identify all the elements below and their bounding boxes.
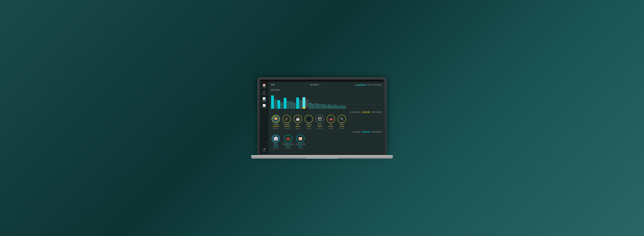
business-income-icon: 💼 (284, 135, 292, 143)
clothing-icon: 🛍 (305, 115, 313, 123)
bar-group-10 (328, 104, 334, 109)
bar-group-4 (290, 101, 296, 109)
bar-dark-4b (293, 103, 296, 109)
bar-dark-1 (274, 99, 277, 109)
expenses-actual: 14,355.00 (362, 111, 370, 113)
income-actual: 10,000.00 (362, 131, 370, 133)
home-icon: 👨‍👩‍👧 (316, 115, 324, 123)
bar-dark-3 (286, 101, 290, 109)
sidebar: 📅 Today ⚖ Balance 📊 Budget 📈 Reports (260, 82, 268, 154)
chart-top-value: $16,240.00 (271, 89, 382, 91)
category-utilities[interactable]: 🔌 Utilities 120.00 160.00 (337, 115, 346, 129)
view-actual-budget[interactable]: Actual/Budget (355, 84, 366, 86)
date-arrow-icon: ▼ (318, 84, 320, 86)
edit-button[interactable]: Edit (271, 84, 274, 86)
salary-actual: 6,000.00 (273, 145, 278, 147)
laptop-bezel: 📅 Today ⚖ Balance 📊 Budget 📈 Reports (260, 80, 384, 154)
travelling-name: Travelling (273, 123, 279, 125)
category-clothing[interactable]: 🛍 Clothing 738.00 1,400.00 (304, 115, 314, 129)
sidebar-item-reports[interactable]: 📈 Reports (260, 103, 268, 109)
clothing-name: Clothing (306, 123, 311, 125)
category-home[interactable]: 👨‍👩‍👧 Home 650.00 1,500.00 (315, 115, 324, 129)
bar-dark-5 (299, 100, 302, 109)
category-education[interactable]: 🎓 Education 1,000.00 1,000.00 (282, 115, 292, 129)
category-interest-income[interactable]: 🐷 Interest income 400.00 400.00 (296, 135, 305, 149)
interest-income-actual: 400.00 (298, 145, 303, 147)
sidebar-reports-label: Reports (262, 107, 266, 109)
cafe-icon: ☕ (294, 115, 302, 123)
cafe-budget: 900.00 (296, 127, 300, 129)
expenses-budget: / $15,160.00 (371, 111, 382, 113)
laptop-screen: 📅 Today ⚖ Balance 📊 Budget 📈 Reports (258, 77, 386, 155)
travelling-actual: 10,800.00 (273, 125, 279, 127)
bar-group-12 (340, 105, 346, 109)
sidebar-item-balance[interactable]: ⚖ Balance (260, 90, 268, 96)
clothing-budget: 1,400.00 (306, 127, 312, 129)
category-business-income[interactable]: 💼 Business income 3,600.00 4,000.00 (283, 135, 294, 149)
education-actual: 1,000.00 (284, 125, 290, 127)
bar-group-active (302, 97, 308, 109)
main-area: Edit Jul 2023 ▼ Actual/Budget Actual Rem… (268, 82, 384, 154)
travelling-budget: 10,000.00 (273, 127, 279, 129)
salary-budget: 6,000.00 (273, 147, 278, 149)
car-name: Car (330, 123, 332, 125)
bar-group-11 (334, 105, 340, 109)
car-budget: 200.00 (328, 127, 333, 129)
home-name: Home (318, 123, 322, 125)
income-categories: 👔 Salary 6,000.00 6,000.00 💼 Business in… (268, 134, 384, 150)
date-selector[interactable]: Jul 2023 ▼ (310, 84, 320, 86)
view-actual[interactable]: Actual (368, 84, 372, 86)
cafe-name: Cafe (296, 123, 299, 125)
bar-group-7 (309, 103, 314, 109)
travelling-icon: 🌄 (272, 115, 280, 123)
bar-yellow-active (302, 108, 305, 109)
business-income-name: Business income (283, 143, 294, 145)
utilities-budget: 160.00 (340, 127, 344, 129)
bar-active-gray (306, 100, 308, 108)
bar-dark-2 (280, 102, 283, 109)
sidebar-item-sync[interactable]: ☁ Sync (260, 146, 268, 153)
bar-group-5 (296, 98, 302, 109)
sidebar-item-budget[interactable]: 📊 Budget (260, 97, 268, 103)
clothing-actual: 738.00 (306, 125, 311, 127)
bar-dark-11b (337, 106, 340, 109)
laptop-container: 📅 Today ⚖ Balance 📊 Budget 📈 Reports (258, 77, 386, 159)
bar-dark-12 (340, 105, 343, 109)
sidebar-balance-label: Balance (262, 94, 266, 95)
utilities-actual: 120.00 (340, 125, 344, 127)
sidebar-budget-label: Budget (262, 100, 266, 102)
bar-dark-7b (312, 104, 314, 109)
income-budget: / $10,400.00 (371, 131, 382, 133)
sync-icon: ☁ (263, 147, 266, 150)
bar-dark-7 (309, 103, 312, 109)
app-container: 📅 Today ⚖ Balance 📊 Budget 📈 Reports (260, 82, 384, 154)
sidebar-today-label: Today (262, 87, 266, 88)
bar-dark-9b (324, 105, 327, 109)
bar-cyan-1 (271, 95, 274, 109)
business-income-actual: 3,600.00 (285, 145, 291, 147)
bar-dark-8b (318, 104, 321, 109)
view-remaining[interactable]: Remaining (374, 84, 382, 86)
bar-dark-9 (321, 104, 324, 109)
bar-group-2 (277, 100, 283, 109)
expenses-row: EXPENSES 14,355.00 / $15,160.00 (268, 111, 384, 114)
salary-name: Salary (274, 143, 278, 145)
sidebar-item-today[interactable]: 📅 Today (260, 83, 268, 89)
home-budget: 1,500.00 (317, 127, 322, 129)
reports-icon: 📈 (262, 104, 266, 107)
cafe-actual: 800.00 (296, 125, 300, 127)
income-row: INCOME 10,000.00 / $10,400.00 (268, 130, 384, 134)
bar-cyan-3 (284, 98, 286, 109)
bar-cyan-2 (277, 100, 280, 109)
bar-group-3 (284, 98, 290, 109)
sidebar-sync-label: Sync (263, 150, 266, 152)
home-actual: 650.00 (318, 125, 322, 127)
business-income-budget: 4,000.00 (285, 147, 291, 149)
category-car[interactable]: 🚗 Car 247.00 200.00 (326, 115, 336, 129)
category-travelling[interactable]: 🌄 Travelling 10,800.00 10,000.00 (271, 115, 280, 129)
bar-dark-11 (334, 105, 337, 109)
education-name: Education (284, 123, 290, 125)
category-cafe[interactable]: ☕ Cafe 800.00 900.00 (293, 115, 302, 129)
date-label: Jul 2023 (310, 84, 318, 86)
category-salary[interactable]: 👔 Salary 6,000.00 6,000.00 (271, 135, 280, 149)
